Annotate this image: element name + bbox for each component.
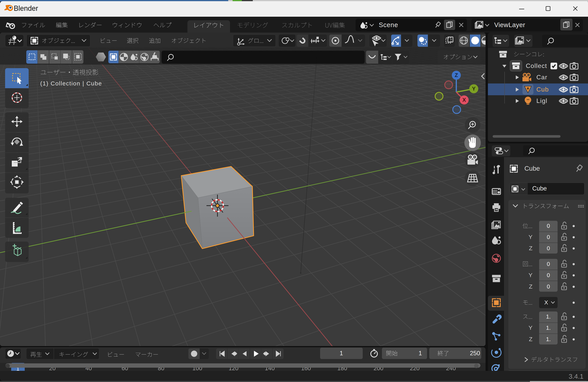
svg-text:Y: Y [472, 86, 476, 92]
svg-text:Z: Z [455, 72, 458, 78]
svg-text:X: X [462, 97, 466, 103]
